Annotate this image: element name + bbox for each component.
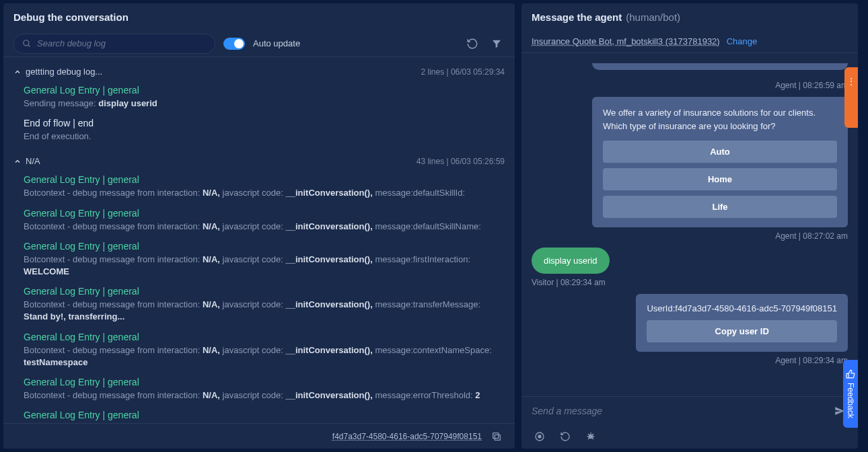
section-title: gettting debug log... (26, 67, 421, 77)
visitor-bubble: display userid (532, 248, 610, 274)
svg-line-12 (588, 438, 589, 439)
message-meta: Agent | 08:26:59 am (775, 81, 848, 90)
svg-line-1 (28, 44, 30, 46)
message-meta: Visitor | 08:29:34 am (532, 278, 606, 287)
search-box[interactable] (13, 34, 215, 54)
footer-uuid[interactable]: f4d7a3d7-4580-4616-adc5-707949f08151 (332, 432, 482, 441)
bot-name[interactable]: Insurance Quote Bot, mf_botskill3 (31737… (532, 36, 720, 46)
entry-title: General Log Entry | general (24, 85, 505, 96)
side-tab-feedback[interactable]: Feedback (843, 360, 858, 428)
message-meta: Agent | 08:27:02 am (775, 231, 848, 241)
undo-icon[interactable] (464, 36, 480, 52)
search-input[interactable] (37, 38, 207, 48)
debug-toolbar: Auto update (3, 30, 515, 57)
agent-bubble: We offer a variety of insurance solution… (592, 97, 848, 227)
copy-userid-button[interactable]: Copy user ID (647, 320, 837, 342)
log-entry: End of flow | end End of execution. (3, 114, 515, 147)
record-icon[interactable] (532, 428, 548, 445)
debug-footer: f4d7a3d7-4580-4616-adc5-707949f08151 (3, 423, 515, 449)
entry-title: General Log Entry | general (24, 208, 505, 219)
svg-point-5 (538, 435, 541, 438)
visitor-text: display userid (544, 256, 598, 266)
entry-body: Botcontext - debug message from interact… (24, 344, 505, 369)
entry-body: Botcontext - debug message from interact… (24, 187, 505, 199)
feedback-label: Feedback (846, 383, 855, 418)
log-entry: General Log Entry | generalBotcontext - … (3, 328, 515, 373)
agent-message-group: UserId:f4d7a3d7-4580-4616-adc5-707949f08… (532, 294, 848, 365)
message-meta: Agent | 08:29:34 am (775, 356, 848, 365)
option-life-button[interactable]: Life (603, 196, 837, 218)
search-icon (22, 39, 32, 48)
log-section-header[interactable]: N/A 43 lines | 06/03 05:26:59 (3, 152, 515, 170)
debug-header: Debug the conversation (3, 3, 515, 30)
dots-icon: ⋮ (847, 77, 855, 86)
log-entry: General Log Entry | generalBotcontext - … (3, 406, 515, 423)
entry-title: End of flow | end (24, 118, 505, 128)
svg-line-13 (592, 438, 593, 439)
svg-rect-2 (495, 435, 500, 440)
userid-text: UserId:f4d7a3d7-4580-4616-adc5-707949f08… (647, 303, 837, 313)
copy-icon[interactable] (489, 428, 505, 445)
visitor-message-group: display userid Visitor | 08:29:34 am (532, 248, 848, 287)
change-link[interactable]: Change (727, 36, 758, 46)
entry-title: General Log Entry | general (24, 241, 505, 252)
userid-bubble: UserId:f4d7a3d7-4580-4616-adc5-707949f08… (636, 294, 848, 352)
entry-title: General Log Entry | general (24, 410, 505, 420)
debug-title: Debug the conversation (13, 11, 129, 23)
section-meta: 43 lines | 06/03 05:26:59 (417, 157, 505, 166)
chat-area[interactable]: Agent | 08:26:59 am We offer a variety o… (521, 53, 858, 396)
entry-title: General Log Entry | general (24, 286, 505, 297)
chat-panel: Message the agent (human/bot) Insurance … (521, 3, 858, 449)
filter-icon[interactable] (489, 36, 505, 52)
thumbs-up-icon (846, 369, 855, 379)
log-entry: General Log Entry | generalBotcontext - … (3, 282, 515, 327)
log-entry: General Log Entry | generalBotcontext - … (3, 204, 515, 237)
option-home-button[interactable]: Home (603, 168, 837, 190)
svg-rect-3 (493, 432, 499, 438)
entry-title: General Log Entry | general (24, 174, 505, 185)
agent-subheader: Insurance Quote Bot, mf_botskill3 (31737… (521, 30, 858, 53)
message-input[interactable] (532, 406, 825, 416)
chat-header: Message the agent (human/bot) (521, 3, 858, 30)
entry-body: Sending message: display userid (24, 98, 505, 110)
side-tab-menu[interactable]: ⋮ (844, 67, 858, 128)
section-meta: 2 lines | 06/03 05:29:34 (421, 67, 505, 77)
log-entry: General Log Entry | generalBotcontext - … (3, 170, 515, 203)
entry-body: End of execution. (24, 130, 505, 143)
reset-icon[interactable] (557, 428, 573, 445)
auto-update-label: Auto update (253, 38, 300, 48)
chat-footer (521, 424, 858, 449)
entry-body: Botcontext - debug message from interact… (24, 389, 505, 402)
bubble-text: We offer a variety of insurance solution… (603, 106, 837, 133)
debug-panel: Debug the conversation Auto update gettt… (3, 3, 515, 449)
log-section-header[interactable]: gettting debug log... 2 lines | 06/03 05… (3, 63, 515, 81)
chevron-up-icon (13, 68, 22, 76)
chat-subtitle: (human/bot) (626, 11, 680, 23)
entry-body: Botcontext - debug message from interact… (24, 299, 505, 323)
chat-input-row (521, 396, 858, 424)
log-entry: General Log Entry | general Sending mess… (3, 81, 515, 114)
entry-body: Botcontext - debug message from interact… (24, 221, 505, 233)
svg-point-0 (24, 40, 29, 45)
prev-message-sliver (592, 63, 848, 70)
log-entry: General Log Entry | generalBotcontext - … (3, 237, 515, 282)
chevron-up-icon (13, 157, 22, 165)
chat-title: Message the agent (532, 11, 622, 23)
agent-message-group: We offer a variety of insurance solution… (532, 97, 848, 241)
section-title: N/A (26, 156, 417, 166)
auto-update-toggle[interactable] (223, 38, 245, 50)
svg-line-10 (588, 434, 589, 435)
option-auto-button[interactable]: Auto (603, 141, 837, 163)
bug-icon[interactable] (583, 428, 599, 445)
entry-title: General Log Entry | general (24, 332, 505, 342)
svg-line-11 (592, 434, 593, 435)
log-entry: General Log Entry | generalBotcontext - … (3, 373, 515, 406)
entry-title: General Log Entry | general (24, 377, 505, 387)
agent-message-group: Agent | 08:26:59 am (532, 77, 848, 90)
log-area[interactable]: gettting debug log... 2 lines | 06/03 05… (3, 57, 515, 423)
entry-body: Botcontext - debug message from interact… (24, 254, 505, 278)
